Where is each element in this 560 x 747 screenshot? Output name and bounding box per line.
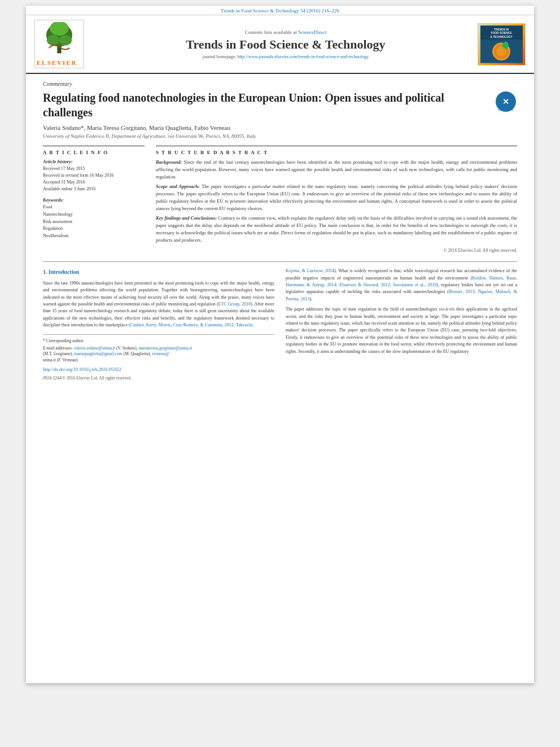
journal-url[interactable]: http://www.journals.elsevier.com/trends-… (238, 54, 369, 59)
email-sodano[interactable]: valeria.sodano@unina.it (74, 346, 115, 351)
elsevier-logo-area: ELSEVIER (34, 20, 102, 68)
keywords-label: Keywords: (43, 197, 145, 203)
ref-etc2010[interactable]: ETC Group, 2010 (218, 302, 251, 307)
intro-para1: Since the late 1990s nanotechnologies ha… (43, 280, 274, 329)
keyword-nano: Nanotechnology (43, 211, 145, 219)
findings-label: Key findings and Conclusions: (156, 215, 217, 221)
available-date: Available online 3 June 2016 (43, 186, 145, 193)
main-content: Commentary Regulating food nanotechnolog… (26, 74, 534, 393)
scope-text: The paper investigates a particular matt… (156, 184, 517, 211)
svg-text:TRENDS IN: TRENDS IN (494, 28, 509, 31)
email-quaglietta[interactable]: mariaquaglietta@gmail.com (74, 351, 122, 356)
section-label: Commentary (43, 81, 517, 87)
keywords-section: Keywords: Food Nanotechnology Risk asses… (43, 197, 145, 240)
intro-para3: The paper addresses the topic of state r… (286, 306, 517, 355)
contents-available: Contents lists available at ScienceDirec… (108, 29, 463, 35)
journal-title: Trends in Food Science & Technology (108, 37, 463, 52)
received-date: Received 17 May 2015 (43, 165, 145, 172)
journal-header: ELSEVIER Contents lists available at Sci… (26, 15, 534, 74)
abstract-heading: S T R U C T U R E D A B S T R A C T (156, 150, 517, 155)
email-gorgitano[interactable]: mariateresa.gorgitano@unina.it (138, 346, 192, 351)
email-verneau[interactable]: verneau@ (152, 351, 169, 356)
sciencedirect-link[interactable]: ScienceDirect (298, 29, 326, 35)
abstract-findings: Key findings and Conclusions: Contrary t… (156, 215, 517, 243)
article-page: Trends in Food Science & Technology 54 (… (26, 6, 534, 683)
abstract-scope: Scope and Approach: The paper investigat… (156, 183, 517, 212)
affiliation: University of Naples Federico II, Depart… (43, 133, 517, 139)
elsevier-tree-icon (37, 22, 82, 56)
email-verneau-domain: unina.it (43, 357, 56, 362)
svg-text:FOOD SCIENCE: FOOD SCIENCE (491, 32, 513, 34)
received-revised-date: Received in revised form 16 May 2016 (43, 172, 145, 179)
journal-homepage: journal homepage: http://www.journals.el… (108, 54, 463, 59)
ref-cushen2012[interactable]: Cushen, Kerry, Morris, Cruz-Romero, & Cu… (130, 322, 254, 327)
footnote-corresponding: * Corresponding author. (43, 338, 274, 344)
article-title-area: Regulating food nanotechnologies in the … (43, 90, 517, 120)
ref-brosset[interactable]: Brosset, 2013; Ngarize, Makuch, & Pereir… (286, 289, 517, 301)
doi-line: http://dx.doi.org/10.1016/j.tifs.2016.05… (43, 366, 274, 373)
keyword-risk: Risk assessment (43, 219, 145, 226)
abstract-background: Background: Since the end of the last ce… (156, 159, 517, 180)
svg-point-4 (59, 35, 72, 45)
svg-text:CrossMark: CrossMark (498, 108, 513, 111)
intro-para2: Kojima, & Luetzow, 2014). What is widely… (286, 268, 517, 303)
background-label: Background: (156, 159, 182, 165)
article-history-label: Article history: (43, 159, 145, 164)
background-text: Since the end of the last century nanote… (156, 159, 517, 180)
scope-label: Scope and Approach: (156, 184, 200, 189)
svg-point-14 (496, 46, 506, 56)
svg-text:& TECHNOLOGY: & TECHNOLOGY (491, 35, 513, 38)
keyword-neoliberalism: Neoliberalism (43, 233, 145, 240)
crossmark-icon[interactable]: ✕ CrossMark (495, 90, 517, 113)
keyword-regulation: Regulation (43, 225, 145, 233)
info-abstract-area: A R T I C L E I N F O Article history: R… (43, 146, 517, 253)
svg-text:✕: ✕ (502, 97, 509, 106)
ref-kojima[interactable]: Kojima, & Luetzow, 2014 (286, 268, 334, 273)
email-label: E-mail addresses: (43, 346, 73, 351)
journal-citation: Trends in Food Science & Technology 54 (… (221, 8, 339, 14)
footnote-emails: E-mail addresses: valeria.sodano@unina.i… (43, 346, 274, 364)
journal-thumbnail-area: TRENDS IN FOOD SCIENCE & TECHNOLOGY (469, 23, 526, 65)
accepted-date: Accepted 31 May 2016 (43, 179, 145, 186)
article-title: Regulating food nanotechnologies in the … (43, 90, 489, 120)
body-col-left: 1. Introduction Since the late 1990s nan… (43, 268, 274, 381)
body-columns: 1. Introduction Since the late 1990s nan… (43, 268, 517, 381)
copyright-notice: © 2016 Elsevier Ltd. All rights reserved… (156, 248, 517, 253)
svg-point-3 (47, 35, 59, 45)
elsevier-logo-box: ELSEVIER (34, 20, 84, 68)
structured-abstract-panel: S T R U C T U R E D A B S T R A C T Back… (156, 146, 517, 253)
footnote-area: * Corresponding author. E-mail addresses… (43, 334, 274, 363)
elsevier-wordmark: ELSEVIER (37, 59, 82, 66)
issn-line: 0924-2244/© 2016 Elsevier Ltd. All right… (43, 375, 274, 382)
intro-heading: 1. Introduction (43, 268, 274, 277)
doi-link[interactable]: http://dx.doi.org/10.1016/j.tifs.2016.05… (43, 367, 121, 372)
article-info-heading: A R T I C L E I N F O (43, 150, 145, 155)
ref-elsaesser[interactable]: Elsaesser & Howard, 2012; Savolainen et … (339, 282, 436, 287)
journal-thumbnail: TRENDS IN FOOD SCIENCE & TECHNOLOGY (478, 23, 526, 65)
article-info-panel: A R T I C L E I N F O Article history: R… (43, 146, 145, 253)
body-col-right: Kojima, & Luetzow, 2014). What is widely… (286, 268, 517, 381)
journal-name-area: Contents lists available at ScienceDirec… (102, 29, 469, 59)
keyword-food: Food (43, 204, 145, 211)
authors: Valeria Sodano*, Maria Teresa Gorgitano,… (43, 124, 517, 131)
journal-citation-bar: Trends in Food Science & Technology 54 (… (26, 6, 534, 15)
section-divider (43, 261, 517, 262)
